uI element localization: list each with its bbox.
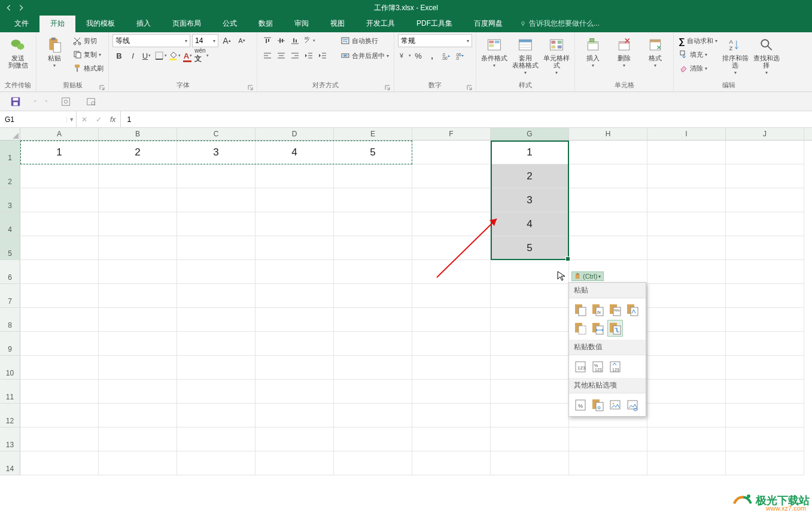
back-icon[interactable] [5,4,13,12]
cell[interactable] [99,404,177,428]
decrease-font-button[interactable]: A▾ [235,34,248,47]
cell[interactable] [99,308,177,332]
cell[interactable] [177,451,256,475]
paste-values-number[interactable]: %123 [590,358,606,375]
cell[interactable] [726,212,804,236]
tab-pdf[interactable]: PDF工具集 [406,15,463,32]
align-left-button[interactable] [261,49,274,62]
cell[interactable] [177,380,256,404]
format-cells-button[interactable]: 格式▾ [641,34,670,68]
qat-button-1[interactable] [59,94,73,109]
clear-button[interactable]: 清除▾ [677,62,719,75]
align-bottom-button[interactable] [288,34,302,47]
cell[interactable] [491,356,569,380]
decrease-decimal-button[interactable]: .00.0 [453,49,466,62]
number-format-select[interactable]: 常规▾ [398,34,472,47]
cell[interactable] [412,380,491,404]
orientation-button[interactable]: ab [302,34,315,47]
cell[interactable] [20,188,99,212]
cell[interactable] [412,260,491,284]
cell[interactable] [412,284,491,308]
cell[interactable] [647,236,726,260]
border-button[interactable] [154,49,167,62]
cell[interactable] [99,451,177,475]
cell[interactable] [256,308,334,332]
paste-values-source[interactable]: 123 [607,358,623,375]
tab-templates[interactable]: 我的模板 [75,15,126,32]
cell[interactable] [647,308,726,332]
col-header-H[interactable]: H [569,128,647,140]
cell[interactable] [256,188,334,212]
paste-link[interactable] [590,396,606,413]
cell[interactable] [20,260,99,284]
cell[interactable] [20,404,99,428]
cell[interactable] [334,188,412,212]
cell[interactable] [569,188,647,212]
cell[interactable] [177,236,256,260]
formula-input[interactable] [121,111,812,127]
cell[interactable]: 1 [491,141,569,164]
phonetic-button[interactable]: wén文 [195,49,208,62]
row-header-13[interactable]: 13 [0,428,20,451]
cell[interactable] [726,332,804,356]
cell[interactable] [256,212,334,236]
cell[interactable] [177,284,256,308]
cell[interactable] [334,284,412,308]
paste-button[interactable]: 粘贴 ▾ [40,34,69,68]
cell[interactable] [412,164,491,188]
cell[interactable] [99,260,177,284]
cell[interactable] [726,260,804,284]
clipboard-launcher[interactable] [99,83,107,90]
cell[interactable] [726,380,804,404]
tab-baidu[interactable]: 百度网盘 [463,15,513,32]
cell[interactable] [99,212,177,236]
cell[interactable] [726,356,804,380]
cell[interactable] [177,164,256,188]
table-format-button[interactable]: 套用 表格格式▾ [511,34,540,75]
cell[interactable] [647,380,726,404]
row-header-4[interactable]: 4 [0,212,20,236]
fill-color-button[interactable] [168,49,181,62]
tab-home[interactable]: 开始 [39,15,75,32]
cell[interactable] [569,236,647,260]
comma-button[interactable]: , [425,49,439,62]
fill-button[interactable]: 填充▾ [677,48,719,61]
col-header-J[interactable]: J [726,128,804,140]
cell[interactable] [256,451,334,475]
cell[interactable] [726,188,804,212]
row-header-11[interactable]: 11 [0,380,20,404]
cell[interactable]: 4 [491,212,569,236]
row-header-12[interactable]: 12 [0,404,20,428]
paste-formatting[interactable]: % [573,396,588,413]
cell[interactable]: 3 [177,141,256,164]
cell[interactable] [491,428,569,451]
qat-button-2[interactable] [84,94,98,109]
cell[interactable] [256,428,334,451]
cell[interactable] [334,332,412,356]
cell[interactable] [20,164,99,188]
cell[interactable] [647,260,726,284]
indent-increase-button[interactable] [316,49,329,62]
autosum-button[interactable]: ∑自动求和▾ [677,34,719,47]
cell[interactable] [177,212,256,236]
paste-column-widths[interactable] [590,320,606,337]
paste-values[interactable]: 123 [573,358,588,375]
select-all-button[interactable] [0,128,20,140]
find-select-button[interactable]: 查找和选择▾ [752,34,781,75]
cell[interactable] [647,284,726,308]
cell[interactable] [647,404,726,428]
cell[interactable]: 2 [99,141,177,164]
cell[interactable] [334,236,412,260]
merge-center-button[interactable]: 合并后居中▾ [339,49,390,62]
fx-button[interactable]: fx [110,115,115,124]
cell[interactable] [569,451,647,475]
tab-data[interactable]: 数据 [248,15,284,32]
cell[interactable] [334,356,412,380]
paste-all[interactable] [573,301,588,318]
cell[interactable] [647,332,726,356]
cell[interactable] [334,380,412,404]
cell[interactable] [99,332,177,356]
delete-cells-button[interactable]: 删除▾ [610,34,638,68]
cell[interactable] [20,236,99,260]
col-header-B[interactable]: B [99,128,177,140]
